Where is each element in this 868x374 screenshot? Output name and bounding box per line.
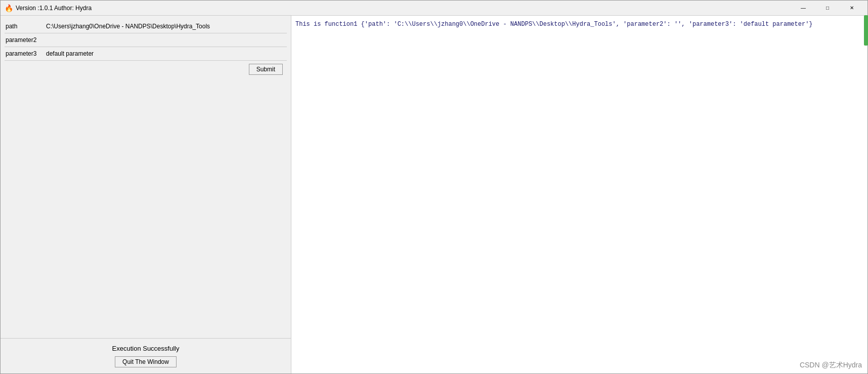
form-input-path[interactable] <box>46 23 286 30</box>
status-area: Execution Successfully Quit The Window <box>1 339 291 373</box>
maximize-button[interactable]: □ <box>816 1 839 16</box>
app-icon: 🔥 <box>5 4 13 12</box>
form-row-0: path <box>5 20 287 33</box>
title-bar-controls: — □ ✕ <box>792 1 863 16</box>
form-label-path: path <box>6 23 46 30</box>
form-label-parameter3: parameter3 <box>6 50 46 57</box>
form-label-parameter2: parameter2 <box>6 36 46 44</box>
output-text: This is function1 {'path': 'C:\\Users\\j… <box>295 21 813 28</box>
form-row-2: parameter3 <box>5 47 287 61</box>
form-row-1: parameter2 <box>5 33 287 47</box>
form-input-parameter2[interactable] <box>46 36 286 44</box>
close-button[interactable]: ✕ <box>840 1 863 16</box>
title-text: Version :1.0.1 Author: Hydra <box>16 5 92 12</box>
watermark: CSDN @艺术Hydra <box>800 361 862 370</box>
scrollbar[interactable] <box>864 15 868 46</box>
execution-status-text: Execution Successfully <box>112 345 180 352</box>
submit-area: Submit <box>5 61 287 78</box>
main-window: 🔥 Version :1.0.1 Author: Hydra — □ ✕ pat… <box>0 0 868 374</box>
right-panel: This is function1 {'path': 'C:\\Users\\j… <box>291 16 867 373</box>
title-bar-left: 🔥 Version :1.0.1 Author: Hydra <box>5 4 92 12</box>
submit-button[interactable]: Submit <box>249 64 283 75</box>
form-input-parameter3[interactable] <box>46 50 286 57</box>
left-panel: pathparameter2parameter3 Submit Executio… <box>1 16 291 373</box>
title-bar: 🔥 Version :1.0.1 Author: Hydra — □ ✕ <box>1 1 867 16</box>
minimize-button[interactable]: — <box>792 1 815 16</box>
form-area: pathparameter2parameter3 Submit <box>1 16 291 339</box>
quit-button[interactable]: Quit The Window <box>115 356 177 367</box>
content-area: pathparameter2parameter3 Submit Executio… <box>1 16 867 373</box>
